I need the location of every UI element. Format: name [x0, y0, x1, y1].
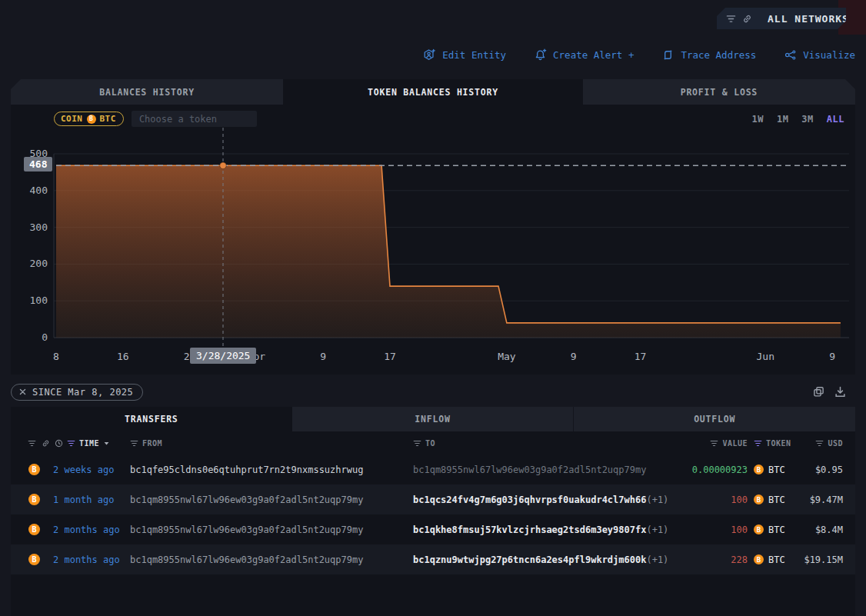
- additional-recipients: (+1): [646, 524, 668, 535]
- since-date-filter-chip[interactable]: SINCE Mar 8, 2025: [11, 384, 143, 401]
- visualize-button[interactable]: Visualize: [784, 48, 855, 62]
- all-networks-button[interactable]: ALL NETWORKS: [717, 8, 846, 29]
- range-1w[interactable]: 1W: [751, 114, 763, 125]
- header-token[interactable]: TOKEN: [748, 439, 798, 448]
- range-all[interactable]: ALL: [827, 114, 844, 125]
- tab-token-balances-history[interactable]: TOKEN BALANCES HISTORY: [283, 79, 583, 105]
- tab-outflow[interactable]: OUTFLOW: [573, 407, 855, 431]
- from-address[interactable]: bc1qm8955nwl67lw96ew03g9a0f2adl5nt2uqp79…: [130, 554, 413, 565]
- btc-icon: B: [28, 494, 40, 505]
- x-axis-label: 16: [105, 351, 142, 362]
- tab-label: BALANCES HISTORY: [99, 87, 195, 98]
- filter-icon[interactable]: [413, 439, 421, 448]
- usd-column-label: USD: [828, 439, 843, 448]
- transfer-value: 100: [667, 494, 748, 505]
- from-address[interactable]: bc1qfe95cldns0e6qtuhprut7rn2t9nxmssuzhrw…: [130, 464, 413, 475]
- transfer-row[interactable]: B 2 weeks ago bc1qfe95cldns0e6qtuhprut7r…: [11, 455, 855, 484]
- range-3m[interactable]: 3M: [801, 114, 813, 125]
- chevron-down-icon: [103, 440, 110, 447]
- transfer-usd: $19.15M: [798, 554, 843, 565]
- transfer-time-link[interactable]: 2 months ago: [53, 524, 130, 535]
- header-usd[interactable]: USD: [798, 439, 843, 448]
- create-alert-button[interactable]: Create Alert +: [534, 48, 634, 62]
- filter-icon[interactable]: [28, 439, 36, 448]
- btc-icon: B: [754, 494, 764, 504]
- to-address[interactable]: bc1qm8955nwl67lw96ew03g9a0f2adl5nt2uqp79…: [413, 464, 667, 475]
- y-axis-label: 200: [11, 258, 48, 270]
- token-balances-page: ALL NETWORKS Edit Entity Create Alert + …: [0, 0, 866, 616]
- trace-address-button[interactable]: Trace Address: [661, 48, 756, 62]
- choose-token-input[interactable]: [132, 111, 257, 127]
- tab-label: OUTFLOW: [694, 414, 735, 425]
- transfer-token[interactable]: BBTC: [748, 524, 798, 535]
- balance-history-chart[interactable]: 010020030040050081624Apr917May917Jun9468…: [11, 128, 855, 375]
- table-tools: [813, 386, 846, 398]
- area-series: [56, 165, 841, 338]
- transfer-token[interactable]: BBTC: [748, 554, 798, 565]
- header-value[interactable]: VALUE: [667, 439, 748, 448]
- copy-icon[interactable]: [813, 386, 824, 398]
- btc-icon: B: [754, 554, 764, 564]
- to-address[interactable]: bc1qkhe8fmsuj57kvlzcjrhsaeg2tsd6m3ey9807…: [413, 524, 667, 535]
- visualize-label: Visualize: [803, 49, 855, 61]
- y-axis-label: 100: [11, 295, 48, 307]
- header-to[interactable]: TO: [413, 439, 667, 448]
- bell-plus-icon: [534, 48, 547, 62]
- transfer-time-link[interactable]: 2 months ago: [53, 554, 130, 565]
- active-filters-row: SINCE Mar 8, 2025: [11, 382, 855, 401]
- time-range-selector: 1W 1M 3M ALL: [751, 114, 844, 125]
- edit-entity-button[interactable]: Edit Entity: [423, 48, 506, 62]
- btc-icon: B: [87, 115, 96, 124]
- value-column-label: VALUE: [722, 439, 748, 448]
- transfer-row[interactable]: B 2 months ago bc1qm8955nwl67lw96ew03g9a…: [11, 544, 855, 574]
- tab-balances-history[interactable]: BALANCES HISTORY: [11, 79, 283, 105]
- from-address[interactable]: bc1qm8955nwl67lw96ew03g9a0f2adl5nt2uqp79…: [130, 494, 413, 505]
- edit-entity-icon: [423, 48, 436, 62]
- chart-controls: COIN B BTC 1W 1M 3M ALL: [11, 105, 855, 128]
- entity-actions: Edit Entity Create Alert + Trace Address…: [0, 45, 855, 65]
- header-time[interactable]: TIME: [53, 439, 130, 448]
- edit-entity-label: Edit Entity: [442, 49, 506, 61]
- filter-icon[interactable]: [67, 439, 75, 448]
- from-column-label: FROM: [142, 439, 162, 448]
- x-axis-label: 17: [371, 351, 408, 362]
- tab-inflow[interactable]: INFLOW: [292, 407, 574, 431]
- range-1m[interactable]: 1M: [777, 114, 788, 125]
- link-icon: [742, 14, 752, 24]
- date-tooltip: 3/28/2025: [190, 348, 256, 364]
- header-leading-icons: [11, 439, 53, 448]
- since-filter-label: SINCE Mar 8, 2025: [32, 387, 133, 398]
- transfer-time-link[interactable]: 1 month ago: [53, 494, 130, 505]
- tab-profit-loss[interactable]: PROFIT & LOSS: [583, 79, 855, 105]
- to-address[interactable]: bc1qcs24fv4g7m6g03j6qhvrpsf0uakudr4cl7wh…: [413, 494, 667, 505]
- transfer-time-link[interactable]: 2 weeks ago: [53, 464, 130, 475]
- from-address[interactable]: bc1qm8955nwl67lw96ew03g9a0f2adl5nt2uqp79…: [130, 524, 413, 535]
- transfer-token[interactable]: BBTC: [748, 494, 798, 505]
- link-icon[interactable]: [42, 439, 50, 448]
- clock-icon: [55, 439, 63, 448]
- x-axis-label: Jun: [747, 351, 784, 362]
- transfer-usd: $8.4M: [798, 524, 843, 535]
- transfer-row[interactable]: B 1 month ago bc1qm8955nwl67lw96ew03g9a0…: [11, 484, 855, 514]
- header-from[interactable]: FROM: [130, 439, 413, 448]
- transfer-row[interactable]: B 2 months ago bc1qm8955nwl67lw96ew03g9a…: [11, 514, 855, 544]
- coin-chip-label: COIN: [61, 114, 83, 124]
- filter-icon[interactable]: [130, 439, 138, 448]
- chart-canvas[interactable]: [11, 128, 855, 375]
- filter-icon[interactable]: [754, 439, 762, 448]
- to-address[interactable]: bc1qznu9wtwjpg27p6tncn6a2es4pfl9wkrdjm60…: [413, 554, 667, 565]
- btc-token-chip[interactable]: COIN B BTC: [54, 112, 124, 126]
- trace-address-label: Trace Address: [681, 49, 756, 61]
- row-token-icon: B: [11, 464, 53, 475]
- token-symbol: BTC: [768, 494, 785, 505]
- y-axis-label: 0: [11, 331, 48, 344]
- filter-icon[interactable]: [815, 439, 824, 448]
- download-icon[interactable]: [834, 386, 846, 398]
- close-icon[interactable]: [19, 388, 26, 395]
- transfer-token[interactable]: BBTC: [748, 464, 798, 475]
- x-axis-label: 9: [555, 351, 592, 362]
- filter-icon[interactable]: [710, 439, 718, 448]
- x-axis-label: 9: [814, 351, 851, 362]
- tab-label: INFLOW: [415, 414, 450, 425]
- tab-transfers[interactable]: TRANSFERS: [11, 407, 292, 431]
